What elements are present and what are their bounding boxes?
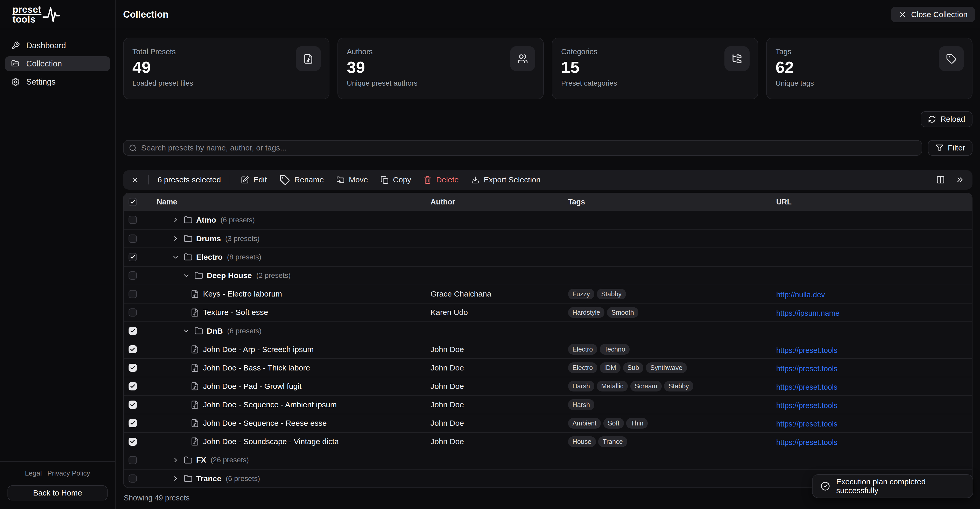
tag-pill: Stabby: [597, 289, 626, 299]
preset-row[interactable]: John Doe - Pad - Growl fugit John Doe Ha…: [124, 377, 972, 395]
chevron-right-icon[interactable]: [172, 216, 179, 223]
row-checkbox[interactable]: [129, 290, 137, 298]
chevrons-right-icon[interactable]: [956, 176, 964, 184]
row-checkbox[interactable]: [129, 345, 137, 353]
folder-row[interactable]: Drums(3 presets): [124, 229, 972, 247]
author-cell: John Doe: [431, 345, 568, 354]
preset-url-link[interactable]: https://preset.tools: [776, 364, 837, 373]
folder-row[interactable]: Electro(8 presets): [124, 247, 972, 266]
tag-icon: [279, 175, 290, 185]
preset-url-link[interactable]: https://preset.tools: [776, 346, 837, 354]
preset-row[interactable]: John Doe - Bass - Thick labore John Doe …: [124, 358, 972, 377]
gear-icon: [11, 78, 20, 86]
tag-pill: Metallic: [597, 381, 628, 391]
tags-cell: AmbientSoftThin: [568, 418, 776, 429]
column-header-tags[interactable]: Tags: [568, 198, 776, 206]
tags-cell: ElectroTechno: [568, 344, 776, 355]
reload-button[interactable]: Reload: [921, 111, 973, 127]
column-header-url[interactable]: URL: [776, 198, 972, 206]
search-box: [123, 140, 922, 156]
clear-selection-icon[interactable]: [131, 176, 139, 184]
preset-row[interactable]: John Doe - Soundscape - Vintage dicta Jo…: [124, 432, 972, 451]
row-checkbox[interactable]: [129, 438, 137, 446]
tags-cell: FuzzyStabby: [568, 289, 776, 299]
copy-icon: [380, 176, 388, 184]
folder-preset-count: (6 presets): [226, 474, 260, 483]
row-checkbox[interactable]: [129, 327, 137, 335]
sidebar-item-label: Dashboard: [26, 41, 66, 50]
preset-url-link[interactable]: https://preset.tools: [776, 383, 837, 391]
tags-cell: HouseTrance: [568, 436, 776, 447]
preset-url-link[interactable]: https://ipsum.name: [776, 309, 840, 317]
chevron-right-icon[interactable]: [172, 475, 179, 482]
row-checkbox[interactable]: [129, 474, 137, 482]
row-checkbox[interactable]: [129, 400, 137, 408]
legal-link[interactable]: Legal: [25, 469, 42, 477]
preset-url-link[interactable]: https://preset.tools: [776, 438, 837, 447]
folder-preset-count: (3 presets): [225, 235, 259, 243]
row-checkbox[interactable]: [129, 419, 137, 427]
folder-preset-count: (6 presets): [228, 327, 261, 335]
back-to-home-button[interactable]: Back to Home: [8, 485, 108, 501]
sidebar-item-dashboard[interactable]: Dashboard: [5, 38, 110, 53]
folder-icon: [184, 456, 192, 464]
toolbar-divider: [148, 175, 149, 185]
sidebar-item-collection[interactable]: Collection: [5, 56, 110, 71]
preset-row[interactable]: John Doe - Arp - Screech ipsum John Doe …: [124, 340, 972, 358]
stat-card: Total Presets 49 Loaded preset files: [123, 38, 329, 100]
preset-row[interactable]: Keys - Electro laborum Grace Chaichana F…: [124, 285, 972, 303]
chevron-right-icon[interactable]: [172, 456, 179, 464]
row-checkbox[interactable]: [129, 364, 137, 372]
folder-row[interactable]: Deep House(2 presets): [124, 266, 972, 285]
chevron-down-icon[interactable]: [183, 327, 190, 335]
topbar: Collection Close Collection: [116, 0, 980, 29]
edit-button[interactable]: Edit: [239, 176, 269, 184]
split-panel-icon[interactable]: [936, 176, 945, 184]
chevron-right-icon[interactable]: [172, 235, 179, 242]
row-checkbox[interactable]: [129, 456, 137, 464]
stat-subtitle: Unique preset authors: [347, 79, 535, 88]
preset-name: John Doe - Soundscape - Vintage dicta: [203, 437, 339, 446]
export-selection-button[interactable]: Export Selection: [469, 176, 542, 184]
preset-url-link[interactable]: https://preset.tools: [776, 401, 837, 410]
tag-pill: Electro: [568, 362, 597, 373]
chevron-down-icon[interactable]: [172, 254, 179, 261]
column-header-name[interactable]: Name: [151, 198, 431, 206]
folder-row[interactable]: DnB(6 presets): [124, 321, 972, 340]
close-collection-button[interactable]: Close Collection: [891, 7, 975, 22]
preset-url-link[interactable]: http://nulla.dev: [776, 290, 825, 299]
logo-text: preset tools: [13, 5, 41, 24]
privacy-policy-link[interactable]: Privacy Policy: [48, 469, 90, 477]
row-checkbox[interactable]: [129, 216, 137, 224]
preset-row[interactable]: John Doe - Sequence - Ambient ipsum John…: [124, 395, 972, 413]
preset-row[interactable]: John Doe - Sequence - Reese esse John Do…: [124, 414, 972, 432]
search-input[interactable]: [123, 140, 922, 156]
preset-name: Keys - Electro laborum: [203, 289, 282, 298]
delete-button[interactable]: Delete: [422, 176, 461, 184]
stat-value: 49: [132, 58, 320, 77]
url-cell: https://preset.tools: [776, 381, 972, 392]
waveform-icon: [43, 4, 64, 25]
sidebar-item-label: Collection: [26, 59, 62, 69]
row-checkbox[interactable]: [129, 308, 137, 316]
row-checkbox[interactable]: [129, 253, 137, 261]
sidebar-item-settings[interactable]: Settings: [5, 75, 110, 89]
select-all-checkbox[interactable]: [129, 198, 137, 206]
column-header-author[interactable]: Author: [431, 198, 568, 206]
row-checkbox[interactable]: [129, 382, 137, 390]
preset-url-link[interactable]: https://preset.tools: [776, 420, 837, 428]
rename-button[interactable]: Rename: [277, 175, 326, 185]
move-button[interactable]: Move: [334, 176, 370, 184]
preset-name: John Doe - Pad - Growl fugit: [203, 382, 301, 391]
folder-row[interactable]: Atmo(6 presets): [124, 211, 972, 229]
folder-icon: [184, 253, 192, 262]
copy-button[interactable]: Copy: [379, 176, 413, 184]
chevron-down-icon[interactable]: [183, 272, 190, 279]
row-checkbox[interactable]: [129, 235, 137, 243]
filter-button[interactable]: Filter: [928, 140, 972, 156]
presets-table: Name Author Tags URL Atmo(6 presets) Dru…: [123, 193, 972, 488]
folder-row[interactable]: FX(26 presets): [124, 451, 972, 469]
preset-row[interactable]: Texture - Soft esse Karen Udo HardstyleS…: [124, 303, 972, 321]
row-checkbox[interactable]: [129, 271, 137, 279]
table-header: Name Author Tags URL: [124, 193, 972, 211]
